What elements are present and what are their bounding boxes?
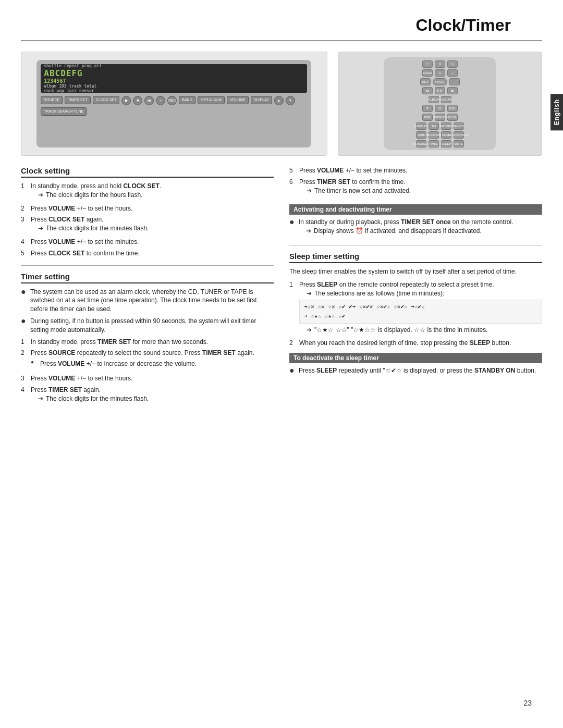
timer-bullet-2: ● During setting, if no button is presse… — [21, 317, 274, 335]
clock-step-2: 2 Press VOLUME +/− to set the hours. — [21, 204, 274, 213]
sleep-timer-section: Sleep timer setting The sleep timer enab… — [289, 252, 542, 375]
mp3-album-button: MP3·ALBUM — [198, 96, 225, 104]
remote-btn-mx-sel: MX·SEL — [447, 114, 458, 121]
clock-step-1-arrow: ➔ The clock digits for the hours flash. — [31, 191, 274, 200]
display-line3: 1234567 — [44, 78, 304, 84]
remote-row-1: 7 8 9 — [422, 60, 458, 68]
timer-continued-section: 5 Press VOLUME +/− to set the minutes. 6… — [289, 166, 542, 197]
device-image: shuffle repeat prog all ABCDEFG 1234567 … — [21, 52, 327, 156]
sleep-step-2: 2 When you reach the desired length of t… — [289, 339, 542, 348]
timer-step-4-arrow: ➔ The clock digits for the minutes flash… — [31, 394, 274, 403]
sleep-step-1-arrow1: ➔ The selections are as follows (time in… — [299, 289, 542, 298]
separator-1 — [21, 265, 274, 266]
remote-image: 7 8 9 ECHO 0 + KEY PROG - ⏮ ⏵⏵ ⏭ ALBUM A — [338, 52, 542, 156]
remote-btn-tape: TAPE — [416, 131, 426, 139]
sleep-timer-list: 1 Press SLEEP on the remote control repe… — [289, 280, 542, 348]
remote-row-6: ▼ IS DSC — [422, 105, 458, 112]
timer-step-2-bullet: ● Press VOLUME +/− to increase or decrea… — [31, 360, 274, 368]
remote-btn-album-next: ALBUM — [441, 96, 451, 103]
device-controls: SOURCE TIMER SET CLOCK SET ▶ ■ ⏭ + REC B… — [41, 96, 307, 116]
activating-arrow: ➔ Display shows ⏰ if activated, and disa… — [299, 227, 513, 236]
timer-step-3: 3 Press VOLUME +/− to set the hours. — [21, 374, 274, 383]
timer-step-2: 2 Press SOURCE repeatedly to select the … — [21, 349, 274, 372]
left-column: Clock setting 1 In standby mode, press a… — [21, 166, 274, 412]
clock-setting-section: Clock setting 1 In standby mode, press a… — [21, 166, 274, 258]
remote-btn-timer: TIMER — [429, 140, 439, 147]
remote-row-2: ECHO 0 + — [422, 69, 458, 77]
deactivate-sleep-section: To deactivate the sleep timer ● Press SL… — [289, 353, 542, 375]
clock-setting-title: Clock setting — [21, 166, 274, 178]
timer-step-6: 6 Press TIMER SET to confirm the time. ➔… — [289, 178, 542, 198]
display-line1: shuffle repeat prog all — [44, 64, 304, 68]
activating-bullet: ● In standby or during playback, press T… — [289, 218, 542, 238]
clock-step-3: 3 Press CLOCK SET again. ➔ The clock dig… — [21, 215, 274, 235]
sleep-step-1: 1 Press SLEEP on the remote control repe… — [289, 280, 542, 337]
remote-row-3: KEY PROG - — [420, 78, 460, 85]
remote-row-8: DISPLAY TM RETURN SELECT — [416, 122, 464, 130]
clock-step-1: 1 In standby mode, press and hold CLOCK … — [21, 182, 274, 202]
remote-btn-sleep: SLEEP — [441, 140, 451, 147]
display-line5: rock pop jazz sensor — [44, 89, 304, 93]
source-button: SOURCE — [41, 96, 63, 104]
sleep-selections: ➔☆✕ ☆✕ ☆✕ ☆✔ ✔➔ ☆✕✔✕ ☆✕✔☆ ☆✕✔☆ ➔☆✔☆ ➔ ☆★… — [299, 300, 542, 323]
track-button: TRACK·SEARCH·TUNE — [41, 107, 87, 116]
remote-btn-7: 7 — [422, 60, 433, 68]
preset-button: ▼ — [286, 96, 295, 105]
right-column: 5 Press VOLUME +/− to set the minutes. 6… — [289, 166, 542, 412]
language-tab: English — [550, 94, 563, 130]
remote-btn-dbr: DBR — [422, 114, 433, 121]
timer-bullet-1: ● The system can be used as an alarm clo… — [21, 288, 274, 314]
content-area: Clock setting 1 In standby mode, press a… — [21, 166, 542, 412]
timer-setting-title: Timer setting — [21, 272, 274, 283]
display-button: DISPLAY — [251, 96, 272, 104]
remote-row-5: ALBUM ALBUM — [429, 96, 451, 103]
skip-button: ⏭ — [144, 96, 154, 105]
stop-button: ■ — [133, 96, 142, 105]
activating-section: Activating and deactivating timer ● In s… — [289, 204, 542, 238]
clock-step-5: 5 Press CLOCK SET to confirm the time. — [21, 249, 274, 258]
timer-step-1: 1 In standby mode, press TIMER SET for m… — [21, 338, 274, 347]
remote-btn-down: ▼ — [422, 105, 433, 112]
remote-row-7: DBR REPEAT MX·SEL — [422, 114, 458, 121]
remote-btn-prev: ⏮ — [422, 87, 433, 94]
remote-btn-prog: PROG — [433, 78, 447, 85]
page-number: 23 — [523, 699, 532, 707]
display-line2: ABCDEFG — [44, 68, 304, 78]
activating-title: Activating and deactivating timer — [289, 204, 542, 215]
remote-btn-0: 0 — [435, 69, 445, 77]
timer-step-6-arrow: ➔ The timer is now set and activated. — [299, 187, 542, 195]
timer-step-5: 5 Press VOLUME +/− to set the minutes. — [289, 166, 542, 175]
program-button: ▲ — [274, 96, 284, 105]
remote-btn-8: 8 — [435, 60, 445, 68]
timer-set-button: TIMER SET — [65, 96, 90, 104]
clock-step-4: 4 Press VOLUME +/− to set the minutes. — [21, 238, 274, 246]
timer-step-4: 4 Press TIMER SET again. ➔ The clock dig… — [21, 386, 274, 405]
remote-btn-repeat: REPEAT — [435, 114, 445, 121]
remote-btn-vol-minus: - — [449, 78, 460, 85]
remote-btn-echo: ECHO — [422, 69, 433, 77]
clock-set-button: CLOCK SET — [93, 96, 120, 104]
page-title: Clock/Timer — [21, 0, 542, 41]
remote-btn-restore: RESTORE — [429, 131, 439, 139]
sleep-timer-intro: The sleep timer enables the system to sw… — [289, 267, 542, 276]
remote-btn-display: DISPLAY — [416, 122, 426, 130]
deactivate-sleep-bullet: ● Press SLEEP repeatedly until "☆✔☆ is d… — [289, 366, 542, 375]
remote-btn-next: ⏭ — [447, 87, 458, 94]
sleep-timer-title: Sleep timer setting — [289, 252, 542, 263]
remote-btn-is: IS — [435, 105, 445, 112]
timer-continued-list: 5 Press VOLUME +/− to set the minutes. 6… — [289, 166, 542, 197]
volume-button: VOLUME — [227, 96, 249, 104]
device-display: shuffle repeat prog all ABCDEFG 1234567 … — [41, 64, 307, 93]
display-line4: album ID3 track total — [44, 84, 304, 89]
remote-btn-tm: TM — [429, 122, 439, 130]
remote-btn-return: RETURN — [441, 122, 451, 130]
remote-btn-vol-plus: + — [447, 69, 458, 77]
remote-btn-play: ⏵⏵ — [435, 87, 445, 94]
remote-btn-audio: AUDIO/VOCAL — [454, 131, 464, 139]
device-image-area: shuffle repeat prog all ABCDEFG 1234567 … — [21, 52, 542, 156]
remote-btn-mute: MUTE — [454, 140, 464, 147]
remote-btn-album-prev: ALBUM — [429, 96, 439, 103]
remote-btn-dsc: DSC — [447, 105, 458, 112]
deactivate-sleep-title: To deactivate the sleep timer — [289, 353, 542, 363]
separator-2 — [289, 245, 542, 245]
